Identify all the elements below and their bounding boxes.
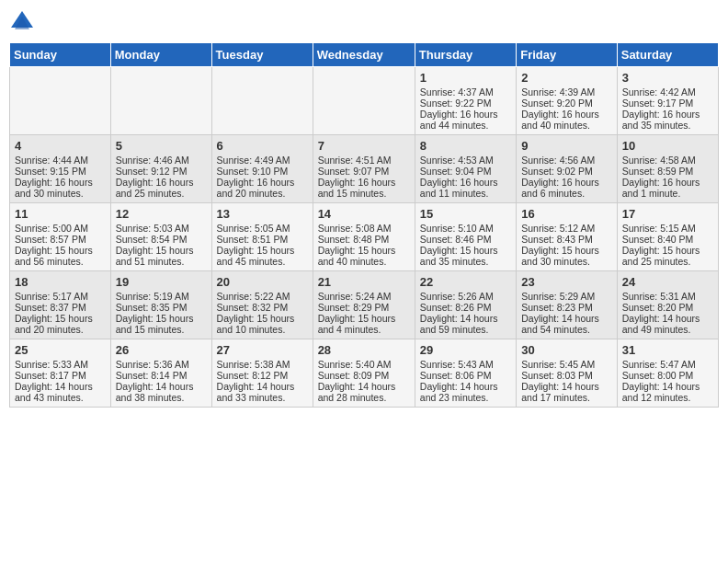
calendar-cell: 6Sunrise: 4:49 AMSunset: 9:10 PMDaylight…: [211, 135, 313, 203]
calendar-cell: [10, 67, 111, 135]
calendar-cell: 3Sunrise: 4:42 AMSunset: 9:17 PMDaylight…: [617, 67, 718, 135]
day-info-line: and 45 minutes.: [217, 256, 308, 267]
day-number: 26: [116, 343, 207, 357]
calendar-cell: 2Sunrise: 4:39 AMSunset: 9:20 PMDaylight…: [517, 67, 618, 135]
day-number: 12: [116, 207, 207, 221]
day-info-line: and 56 minutes.: [15, 256, 106, 267]
day-info-line: Sunset: 8:20 PM: [622, 302, 713, 313]
day-info-line: Sunset: 8:06 PM: [420, 370, 511, 381]
day-number: 31: [622, 343, 713, 357]
day-info-line: Sunset: 8:35 PM: [116, 302, 207, 313]
day-info-line: and 59 minutes.: [420, 324, 511, 335]
day-info-line: Sunset: 9:04 PM: [420, 166, 511, 177]
day-info-line: Daylight: 14 hours: [622, 313, 713, 324]
day-number: 2: [521, 71, 612, 85]
day-info-line: and 49 minutes.: [622, 324, 713, 335]
calendar-cell: 16Sunrise: 5:12 AMSunset: 8:43 PMDayligh…: [517, 203, 618, 271]
day-info-line: and 20 minutes.: [15, 324, 106, 335]
day-info-line: Daylight: 16 hours: [622, 177, 713, 188]
day-number: 1: [420, 71, 511, 85]
weekday-header-row: SundayMondayTuesdayWednesdayThursdayFrid…: [10, 43, 719, 67]
day-info-line: Daylight: 15 hours: [217, 245, 308, 256]
calendar-cell: 4Sunrise: 4:44 AMSunset: 9:15 PMDaylight…: [10, 135, 111, 203]
day-number: 20: [217, 275, 308, 289]
day-info-line: Daylight: 15 hours: [217, 313, 308, 324]
day-info-line: Sunrise: 5:38 AM: [217, 359, 308, 370]
day-info-line: Daylight: 14 hours: [521, 313, 612, 324]
day-info-line: Sunset: 9:15 PM: [15, 166, 106, 177]
day-number: 4: [15, 139, 106, 153]
day-info-line: Sunrise: 4:44 AM: [15, 155, 106, 166]
day-info-line: Sunrise: 5:05 AM: [217, 223, 308, 234]
day-info-line: Sunrise: 5:45 AM: [521, 359, 612, 370]
weekday-header: Sunday: [10, 43, 111, 67]
day-info-line: and 4 minutes.: [318, 324, 410, 335]
calendar-cell: 8Sunrise: 4:53 AMSunset: 9:04 PMDaylight…: [415, 135, 516, 203]
calendar-cell: [110, 67, 211, 135]
day-info-line: Sunset: 9:02 PM: [521, 166, 612, 177]
day-info-line: Sunset: 8:12 PM: [217, 370, 308, 381]
day-info-line: Daylight: 16 hours: [420, 177, 511, 188]
day-info-line: Sunrise: 5:19 AM: [116, 291, 207, 302]
day-number: 22: [420, 275, 511, 289]
day-number: 5: [116, 139, 207, 153]
day-number: 15: [420, 207, 511, 221]
day-info-line: Sunrise: 5:03 AM: [116, 223, 207, 234]
day-info-line: Sunset: 9:12 PM: [116, 166, 207, 177]
day-info-line: Sunrise: 5:08 AM: [318, 223, 410, 234]
day-info-line: Sunrise: 4:46 AM: [116, 155, 207, 166]
calendar-cell: 27Sunrise: 5:38 AMSunset: 8:12 PMDayligh…: [211, 339, 313, 408]
weekday-header: Monday: [110, 43, 211, 67]
day-number: 7: [318, 139, 410, 153]
calendar-cell: 11Sunrise: 5:00 AMSunset: 8:57 PMDayligh…: [10, 203, 111, 271]
day-info-line: Sunrise: 5:40 AM: [318, 359, 410, 370]
calendar-cell: [313, 67, 415, 135]
calendar-cell: 26Sunrise: 5:36 AMSunset: 8:14 PMDayligh…: [110, 339, 211, 408]
day-info-line: Sunrise: 4:56 AM: [521, 155, 612, 166]
day-number: 28: [318, 343, 410, 357]
day-info-line: Sunset: 8:37 PM: [15, 302, 106, 313]
day-info-line: Daylight: 15 hours: [15, 313, 106, 324]
day-info-line: and 25 minutes.: [116, 188, 207, 199]
day-info-line: Daylight: 14 hours: [420, 313, 511, 324]
calendar-cell: 7Sunrise: 4:51 AMSunset: 9:07 PMDaylight…: [313, 135, 415, 203]
day-info-line: and 6 minutes.: [521, 188, 612, 199]
day-info-line: Sunset: 8:46 PM: [420, 234, 511, 245]
calendar-cell: 14Sunrise: 5:08 AMSunset: 8:48 PMDayligh…: [313, 203, 415, 271]
calendar-cell: [211, 67, 313, 135]
calendar-cell: 15Sunrise: 5:10 AMSunset: 8:46 PMDayligh…: [415, 203, 516, 271]
day-info-line: Sunset: 9:22 PM: [420, 98, 511, 109]
day-info-line: and 38 minutes.: [116, 392, 207, 403]
week-row: 1Sunrise: 4:37 AMSunset: 9:22 PMDaylight…: [10, 67, 719, 135]
day-info-line: Sunset: 8:17 PM: [15, 370, 106, 381]
calendar-cell: 25Sunrise: 5:33 AMSunset: 8:17 PMDayligh…: [10, 339, 111, 408]
day-info-line: Daylight: 16 hours: [116, 177, 207, 188]
day-info-line: and 25 minutes.: [622, 256, 713, 267]
day-info-line: and 17 minutes.: [521, 392, 612, 403]
day-info-line: Daylight: 16 hours: [622, 109, 713, 120]
day-info-line: Daylight: 15 hours: [116, 245, 207, 256]
day-info-line: and 20 minutes.: [217, 188, 308, 199]
day-info-line: Sunset: 9:10 PM: [217, 166, 308, 177]
day-info-line: Sunset: 9:07 PM: [318, 166, 410, 177]
week-row: 25Sunrise: 5:33 AMSunset: 8:17 PMDayligh…: [10, 339, 719, 408]
day-info-line: Sunrise: 5:47 AM: [622, 359, 713, 370]
day-info-line: Daylight: 16 hours: [521, 109, 612, 120]
day-number: 29: [420, 343, 511, 357]
day-info-line: Sunrise: 4:49 AM: [217, 155, 308, 166]
day-info-line: Sunset: 8:40 PM: [622, 234, 713, 245]
calendar-cell: 17Sunrise: 5:15 AMSunset: 8:40 PMDayligh…: [617, 203, 718, 271]
day-info-line: and 10 minutes.: [217, 324, 308, 335]
day-info-line: Sunrise: 4:51 AM: [318, 155, 410, 166]
weekday-header: Thursday: [415, 43, 516, 67]
page-header: [9, 9, 719, 35]
day-info-line: Sunrise: 5:12 AM: [521, 223, 612, 234]
calendar-cell: 28Sunrise: 5:40 AMSunset: 8:09 PMDayligh…: [313, 339, 415, 408]
weekday-header: Wednesday: [313, 43, 415, 67]
day-info-line: and 30 minutes.: [521, 256, 612, 267]
day-info-line: Daylight: 15 hours: [622, 245, 713, 256]
day-info-line: and 28 minutes.: [318, 392, 410, 403]
week-row: 11Sunrise: 5:00 AMSunset: 8:57 PMDayligh…: [10, 203, 719, 271]
calendar-cell: 5Sunrise: 4:46 AMSunset: 9:12 PMDaylight…: [110, 135, 211, 203]
day-info-line: and 23 minutes.: [420, 392, 511, 403]
